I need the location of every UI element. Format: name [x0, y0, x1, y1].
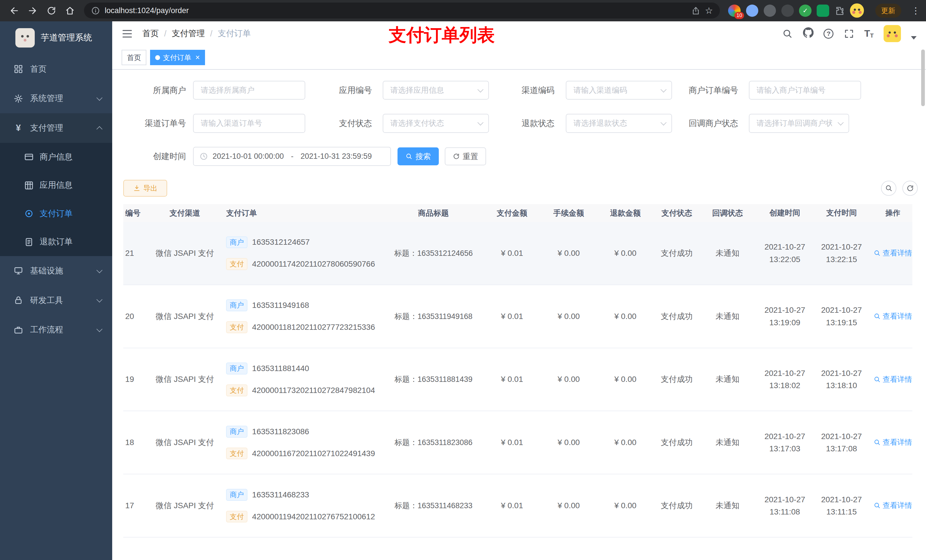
extension-icon[interactable] [746, 5, 758, 17]
chrome-update-chip[interactable]: 更新 [875, 4, 901, 18]
forward-icon[interactable] [24, 2, 41, 19]
sidebar-item-app-info[interactable]: 应用信息 [0, 171, 112, 199]
search-icon [406, 153, 413, 160]
tag-home[interactable]: 首页 [122, 50, 146, 65]
share-icon[interactable] [691, 6, 700, 15]
export-button[interactable]: 导出 [123, 180, 167, 196]
merchant-order-no-input[interactable] [749, 81, 861, 100]
refresh-table-button[interactable] [902, 181, 918, 196]
search-icon [874, 376, 881, 383]
view-detail-link[interactable]: 查看详情 [874, 248, 912, 258]
navbar-actions: ? T T [782, 25, 917, 42]
sidebar-item-devtools[interactable]: 研发工具 [0, 286, 112, 315]
search-button[interactable]: 搜索 [398, 147, 439, 165]
merchant-tag: 商户 [226, 237, 247, 248]
sidebar-item-payment[interactable]: ¥ 支付管理 [0, 113, 112, 143]
yen-icon: ¥ [14, 123, 23, 133]
breadcrumb-payment[interactable]: 支付管理 [172, 28, 205, 39]
extension-icon[interactable]: ✓ [799, 5, 811, 17]
sidebar-item-pay-order[interactable]: 支付订单 [0, 199, 112, 228]
sidebar-item-home[interactable]: 首页 [0, 54, 112, 84]
view-detail-link[interactable]: 查看详情 [874, 311, 912, 321]
tag-pay-order[interactable]: 支付订单 × [150, 50, 205, 65]
briefcase-icon [14, 325, 23, 335]
search-icon[interactable] [782, 29, 793, 39]
reset-button[interactable]: 重置 [445, 147, 486, 165]
extension-icon[interactable] [764, 5, 776, 17]
filter-label: 应用编号 [301, 81, 372, 100]
back-icon[interactable] [6, 2, 22, 19]
reload-icon[interactable] [43, 2, 59, 19]
merchant-tag: 商户 [226, 489, 247, 501]
site-info-icon[interactable] [91, 6, 100, 15]
extensions-puzzle-icon[interactable] [835, 6, 844, 16]
pay-tag: 支付 [226, 385, 247, 396]
table-row: 20 微信 JSAPI 支付 商户1635311949168 支付4200001… [123, 285, 912, 348]
search-icon [874, 439, 881, 446]
view-detail-link[interactable]: 查看详情 [874, 374, 912, 385]
view-detail-link[interactable]: 查看详情 [874, 501, 912, 510]
browser-profile-avatar[interactable] [850, 3, 864, 18]
sidebar-item-merchant-info[interactable]: 商户信息 [0, 143, 112, 171]
callback-status-select[interactable] [749, 114, 849, 133]
clock-icon [200, 152, 208, 160]
filter-label: 支付状态 [301, 114, 372, 133]
app-title: 芋道管理系统 [41, 32, 92, 44]
home-icon[interactable] [62, 2, 78, 19]
fullscreen-icon[interactable] [844, 29, 854, 39]
bookmark-star-icon[interactable]: ☆ [705, 5, 713, 16]
table-row: 21 微信 JSAPI 支付 商户1635312124657 支付4200001… [123, 222, 912, 285]
app-select[interactable] [383, 81, 489, 100]
extension-icon[interactable] [781, 5, 794, 17]
search-icon [874, 502, 881, 509]
search-icon [874, 313, 881, 320]
sidebar-item-system[interactable]: 系统管理 [0, 84, 112, 113]
collapse-sidebar-icon[interactable] [122, 28, 133, 39]
help-icon[interactable]: ? [823, 29, 834, 39]
url-bar[interactable]: localhost:1024/pay/order ☆ [84, 3, 720, 18]
sidebar-item-infra[interactable]: 基础设施 [0, 256, 112, 286]
active-dot-icon [155, 55, 160, 60]
filter-label: 商户订单编号 [638, 81, 738, 100]
browser-toolbar: localhost:1024/pay/order ☆ 10 ✓ 更新 ⋮ [0, 0, 926, 21]
filter-row-2: 渠道订单号 支付状态 退款状态 回调商户状态 [123, 114, 912, 133]
toggle-search-button[interactable] [881, 181, 896, 196]
refresh-icon [453, 153, 460, 160]
breadcrumb-home[interactable]: 首页 [142, 28, 159, 39]
github-icon[interactable] [803, 27, 814, 40]
sidebar-item-workflow[interactable]: 工作流程 [0, 315, 112, 344]
merchant-tag: 商户 [226, 362, 247, 374]
scrollbar-thumb[interactable] [921, 50, 924, 106]
tags-view: 首页 支付订单 × [112, 46, 926, 70]
filter-row-3: 创建时间 2021-10-01 00:00:00 - 2021-10-31 23… [123, 147, 912, 166]
close-icon[interactable]: × [195, 54, 200, 62]
filter-label: 回调商户状态 [638, 114, 738, 133]
extension-icon[interactable]: 10 [728, 5, 741, 17]
lock-icon [14, 296, 23, 305]
breadcrumb: 首页 / 支付管理 / 支付订单 [142, 28, 251, 39]
create-time-range-input[interactable]: 2021-10-01 00:00:00 - 2021-10-31 23:59:5… [193, 147, 391, 166]
pay-status-select[interactable] [383, 114, 489, 133]
chevron-up-icon [97, 126, 103, 132]
merchant-select[interactable] [193, 81, 305, 100]
chevron-down-icon [97, 326, 103, 332]
user-avatar[interactable] [884, 25, 901, 42]
table-toolbar: 导出 [123, 180, 912, 196]
logo-avatar [15, 28, 35, 48]
filter-label: 渠道订单号 [123, 114, 186, 133]
navbar: 首页 / 支付管理 / 支付订单 支付订单列表 ? T [112, 21, 926, 46]
font-size-icon[interactable]: T T [864, 28, 874, 39]
document-icon [24, 237, 33, 247]
avatar-caret-icon[interactable] [911, 36, 917, 39]
search-icon [874, 249, 881, 257]
extension-icon[interactable] [817, 5, 829, 17]
channel-order-no-input[interactable] [193, 114, 305, 133]
screen: localhost:1024/pay/order ☆ 10 ✓ 更新 ⋮ [0, 0, 926, 560]
gear-icon [14, 94, 23, 103]
browser-menu-icon[interactable]: ⋮ [911, 5, 920, 16]
card-icon [24, 152, 33, 162]
sidebar-item-refund-order[interactable]: 退款订单 [0, 228, 112, 257]
filter-label: 渠道编码 [484, 81, 555, 100]
main-area: 首页 / 支付管理 / 支付订单 支付订单列表 ? T [112, 21, 926, 560]
view-detail-link[interactable]: 查看详情 [874, 437, 912, 447]
